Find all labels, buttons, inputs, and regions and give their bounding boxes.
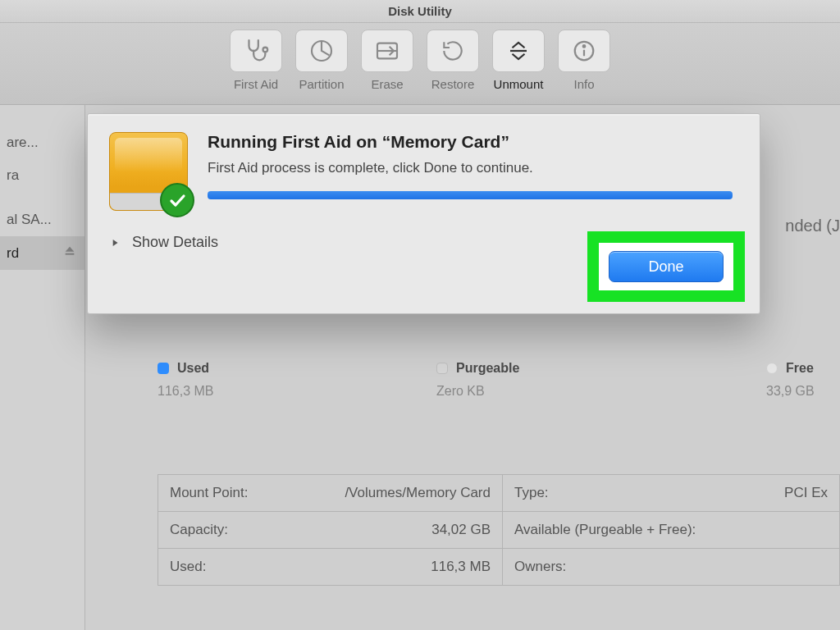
svg-rect-6 (66, 253, 75, 255)
usage-label: Purgeable (456, 361, 519, 376)
detail-key: Type: (514, 485, 549, 501)
erase-icon (361, 30, 413, 72)
disclosure-triangle-icon (109, 237, 121, 249)
usage-label: Used (177, 361, 209, 376)
usage-used: Used 116,3 MB (158, 361, 272, 399)
detail-value: 34,02 GB (431, 522, 491, 538)
sidebar-item-selected[interactable]: rd (0, 236, 84, 270)
usage-value: 116,3 MB (158, 384, 272, 399)
erase-button[interactable]: Erase (361, 30, 413, 91)
detail-key: Mount Point: (170, 485, 248, 501)
restore-button[interactable]: Restore (427, 30, 479, 91)
dialog-title: Running First Aid on “Memory Card” (208, 132, 738, 152)
detail-key: Owners: (514, 559, 566, 575)
usage-label: Free (786, 361, 814, 376)
progress-bar (208, 191, 733, 199)
restore-icon (427, 30, 479, 72)
svg-point-5 (583, 45, 586, 48)
sidebar: are... ra al SA... rd (0, 105, 85, 630)
usage-purgeable: Purgeable Zero KB (436, 361, 551, 399)
stethoscope-icon (230, 30, 282, 72)
window-title: Disk Utility (0, 0, 840, 23)
usage-value: Zero KB (436, 384, 551, 399)
svg-point-0 (263, 48, 268, 52)
info-button[interactable]: Info (558, 30, 610, 91)
tutorial-highlight: Done (587, 231, 745, 302)
free-dot-icon (766, 363, 778, 374)
first-aid-dialog: Running First Aid on “Memory Card” First… (87, 113, 760, 314)
info-icon (558, 30, 610, 72)
table-row: Mount Point:/Volumes/Memory Card Type:PC… (158, 475, 839, 511)
checkmark-badge-icon (160, 183, 194, 217)
toolbar-label: Info (573, 77, 594, 91)
detail-value: PCI Ex (784, 485, 828, 501)
sidebar-item[interactable]: are... (0, 126, 84, 159)
detail-key: Available (Purgeable + Free): (514, 522, 696, 538)
table-row: Capacity:34,02 GB Available (Purgeable +… (158, 511, 839, 548)
detail-key: Capacity: (170, 522, 228, 538)
sidebar-item[interactable]: ra (0, 159, 84, 192)
usage-row: Used 116,3 MB Purgeable Zero KB Free 33,… (158, 361, 840, 399)
dialog-message: First Aid process is complete, click Don… (208, 160, 738, 176)
purgeable-dot-icon (436, 363, 448, 374)
eject-icon[interactable] (63, 244, 76, 262)
partition-button[interactable]: Partition (295, 30, 348, 91)
unmount-button[interactable]: Unmount (492, 30, 545, 91)
first-aid-button[interactable]: First Aid (230, 30, 282, 91)
usage-value: 33,9 GB (766, 384, 840, 399)
toolbar-label: Partition (299, 77, 344, 91)
usage-free: Free 33,9 GB (766, 361, 840, 399)
show-details-label: Show Details (132, 234, 218, 251)
disk-icon (109, 132, 188, 211)
sidebar-item-label: rd (7, 245, 19, 262)
detail-value: 116,3 MB (431, 559, 491, 575)
table-row: Used:116,3 MB Owners: (158, 548, 839, 585)
detail-key: Used: (170, 559, 206, 575)
toolbar-label: First Aid (234, 77, 278, 91)
done-button[interactable]: Done (609, 251, 724, 282)
sidebar-item[interactable]: al SA... (0, 203, 84, 236)
show-details-toggle[interactable]: Show Details (109, 234, 218, 251)
toolbar-label: Unmount (494, 77, 544, 91)
pie-icon (295, 30, 348, 72)
detail-value: /Volumes/Memory Card (345, 485, 491, 501)
toolbar: First Aid Partition Erase Restore Unmoun… (0, 23, 840, 105)
details-table: Mount Point:/Volumes/Memory Card Type:PC… (158, 474, 840, 586)
toolbar-label: Erase (371, 77, 403, 91)
unmount-icon (492, 30, 545, 72)
used-dot-icon (158, 363, 169, 374)
toolbar-label: Restore (431, 77, 475, 91)
